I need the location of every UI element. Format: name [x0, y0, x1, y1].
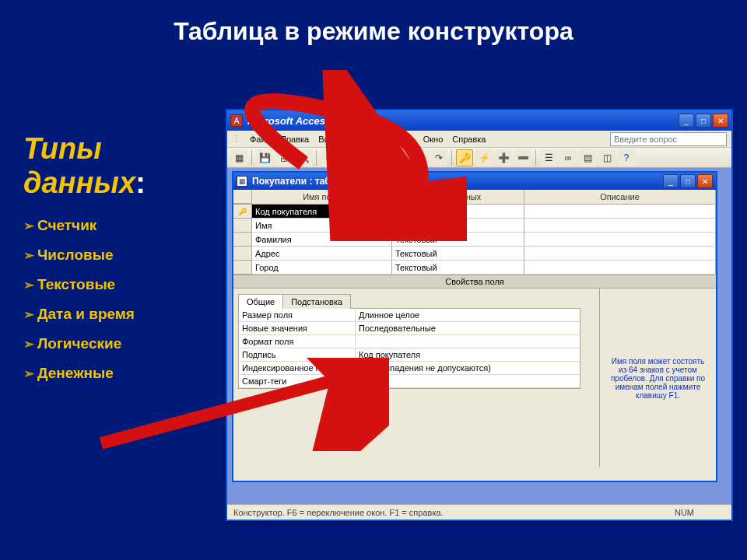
preview-icon[interactable]: 🔍 [295, 149, 312, 166]
grid-header: Имя поля Тип данных Описание [233, 190, 716, 205]
property-label: Подпись [239, 348, 356, 361]
table-row[interactable]: Код покупателя Счетчик [233, 205, 716, 219]
datatype-list: Счетчик Числовые Текстовые Дата и время … [23, 217, 218, 382]
paste-icon[interactable]: 📋 [385, 149, 402, 166]
table-icon: ▦ [237, 176, 247, 187]
table-row[interactable]: Фамилия Текстовый [233, 233, 716, 247]
field-desc-cell[interactable] [524, 261, 716, 275]
menu-view[interactable]: Вид [318, 135, 334, 144]
minimize-button[interactable]: _ [679, 114, 694, 128]
properties-title: Свойства поля [233, 275, 716, 289]
menu-edit[interactable]: Правка [280, 135, 309, 144]
property-value[interactable] [356, 335, 580, 348]
table-design-window: ▦ Покупатели : таблица _ □ ✕ Имя поля Ти… [232, 171, 717, 482]
property-label: Индексированное поле [239, 362, 356, 374]
field-desc-cell[interactable] [524, 219, 716, 233]
list-item: Логические [23, 335, 218, 352]
row-selector[interactable] [233, 233, 252, 247]
row-selector[interactable] [233, 261, 252, 275]
menu-window[interactable]: Окно [423, 135, 444, 144]
field-name-cell[interactable]: Адрес [252, 247, 392, 261]
num-lock-indicator: NUM [675, 508, 694, 517]
list-item: Числовые [23, 247, 218, 264]
cut-icon[interactable]: ✂ [346, 149, 363, 166]
properties-tabs: Общие Подстановка [238, 293, 594, 308]
tab-general[interactable]: Общие [238, 294, 283, 309]
table-row[interactable]: Адрес Текстовый [233, 247, 716, 261]
field-type-cell[interactable]: Текстовый [392, 247, 524, 261]
menu-help[interactable]: Справка [452, 135, 486, 144]
new-object-icon[interactable]: ◫ [598, 149, 615, 166]
undo-icon[interactable]: ↶ [411, 149, 428, 166]
help-icon[interactable]: ? [618, 149, 635, 166]
close-button[interactable]: ✕ [713, 114, 728, 128]
property-row[interactable]: ПодписьКод покупателя [239, 348, 580, 362]
list-item: Денежные [23, 365, 218, 382]
property-value[interactable]: Код покупателя [356, 348, 580, 361]
inner-maximize-button[interactable]: □ [680, 174, 696, 188]
key-icon[interactable]: 🔑 [456, 149, 473, 166]
field-type-cell[interactable]: Счетчик [392, 205, 524, 219]
inner-title-text: Покупатели : таблица [252, 176, 663, 187]
column-header-name[interactable]: Имя поля [252, 190, 392, 204]
view-icon[interactable]: ▦ [230, 149, 247, 166]
row-selector[interactable] [233, 247, 252, 261]
property-label: Формат поля [239, 335, 356, 348]
field-name-cell[interactable]: Фамилия [252, 233, 392, 247]
row-selector-key[interactable] [233, 205, 252, 219]
tab-lookup[interactable]: Подстановка [282, 294, 351, 309]
relationships-icon[interactable]: ∞ [559, 149, 577, 166]
list-item: Дата и время [23, 306, 218, 323]
menu-service[interactable]: Сервис [384, 135, 414, 144]
field-desc-cell[interactable] [524, 233, 716, 247]
property-row[interactable]: Индексированное полеДа (Совпадения не до… [239, 362, 580, 375]
row-selector[interactable] [233, 219, 252, 233]
print-icon[interactable]: 🖨 [275, 149, 293, 166]
status-text: Конструктор. F6 = переключение окон. F1 … [233, 508, 444, 517]
redo-icon[interactable]: ↷ [430, 149, 447, 166]
field-name-cell[interactable]: Код покупателя [252, 205, 392, 219]
titlebar[interactable]: A Microsoft Access _ □ ✕ [227, 110, 731, 131]
menubar: ⋮ Файл Правка Вид Вставка Сервис Окно Сп… [227, 131, 731, 148]
statusbar: Конструктор. F6 = переключение окон. F1 … [227, 504, 731, 520]
save-icon[interactable]: 💾 [256, 149, 273, 166]
column-header-desc[interactable]: Описание [524, 190, 716, 204]
inner-minimize-button[interactable]: _ [663, 174, 679, 188]
property-value[interactable] [356, 375, 580, 387]
spell-icon[interactable]: ✔ [321, 149, 338, 166]
copy-icon[interactable]: ⧉ [366, 149, 383, 166]
property-value[interactable]: Длинное целое [356, 309, 580, 321]
inner-titlebar[interactable]: ▦ Покупатели : таблица _ □ ✕ [233, 173, 716, 190]
property-row[interactable]: Новые значенияПоследовательные [239, 322, 580, 335]
field-desc-cell[interactable] [524, 247, 716, 261]
question-input[interactable] [610, 132, 727, 146]
table-row[interactable]: Имя Текстовый [233, 219, 716, 233]
indexes-icon[interactable]: ☰ [540, 149, 557, 166]
property-value[interactable]: Последовательные [356, 322, 580, 334]
property-row[interactable]: Размер поляДлинное целое [239, 309, 580, 322]
rows-delete-icon[interactable]: ➖ [514, 149, 531, 166]
app-icon: A [230, 114, 243, 127]
lightning-icon[interactable]: ⚡ [475, 149, 493, 166]
field-type-cell[interactable]: Текстовый [392, 233, 524, 247]
rows-insert-icon[interactable]: ➕ [495, 149, 512, 166]
field-name-cell[interactable]: Город [252, 261, 392, 275]
field-desc-cell[interactable] [524, 205, 716, 219]
table-row[interactable]: Город Текстовый [233, 261, 716, 275]
inner-close-button[interactable]: ✕ [697, 174, 713, 188]
maximize-button[interactable]: □ [696, 114, 711, 128]
access-window: A Microsoft Access _ □ ✕ ⋮ Файл Правка В… [226, 109, 733, 521]
column-header-type[interactable]: Тип данных [392, 190, 524, 204]
field-type-cell[interactable]: Текстовый [392, 261, 524, 275]
database-icon[interactable]: ▤ [579, 149, 596, 166]
app-title: Microsoft Access [247, 115, 679, 127]
field-name-cell[interactable]: Имя [252, 219, 392, 233]
property-row[interactable]: Формат поля [239, 335, 580, 348]
menu-insert[interactable]: Вставка [343, 135, 375, 144]
field-type-cell[interactable]: Текстовый [392, 219, 524, 233]
menu-file[interactable]: Файл [250, 135, 271, 144]
property-row[interactable]: Смарт-теги [239, 375, 580, 388]
subtitle: Типы данных: [23, 132, 218, 200]
toolbar: ▦ 💾 🖨 🔍 ✔ ✂ ⧉ 📋 ↶ ↷ 🔑 ⚡ ➕ ➖ ☰ ∞ ▤ ◫ ? [227, 148, 731, 168]
property-value[interactable]: Да (Совпадения не допускаются) [356, 362, 580, 374]
